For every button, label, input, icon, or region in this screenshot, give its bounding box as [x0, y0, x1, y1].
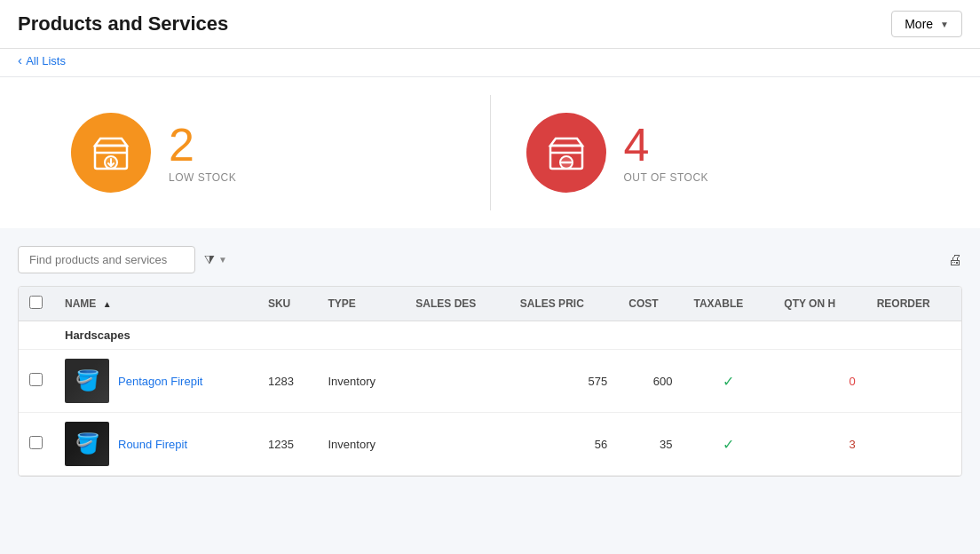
all-lists-link[interactable]: All Lists: [18, 54, 66, 67]
sort-asc-icon: ▲: [103, 299, 112, 309]
out-of-stock-label: OUT OF STOCK: [624, 171, 709, 184]
product-name[interactable]: Round Firepit: [118, 438, 187, 451]
col-type: TYPE: [317, 287, 405, 321]
type-cell: Inventory: [317, 413, 405, 476]
qty-on-hand-cell: 0: [773, 350, 865, 413]
product-name-cell: 🪣 Round Firepit: [54, 413, 257, 476]
low-stock-label: LOW STOCK: [169, 171, 236, 184]
out-of-stock-info: 4 OUT OF STOCK: [624, 122, 709, 184]
filter-button[interactable]: ⧩ ▼: [204, 252, 227, 267]
col-cost: COST: [618, 287, 683, 321]
list-section: ⧩ ▼ 🖨 NAME ▲ SKU TYPE SALES DES SAL: [0, 228, 980, 495]
chevron-down-icon: ▼: [940, 20, 949, 29]
col-sales-price: SALES PRIC: [510, 287, 619, 321]
select-all-checkbox[interactable]: [29, 296, 43, 309]
select-all-cell[interactable]: [19, 287, 54, 321]
cost-cell: 35: [618, 413, 683, 476]
sales-desc-cell: [405, 413, 509, 476]
filter-icon: ⧩: [204, 252, 215, 267]
taxable-check-icon: ✓: [723, 437, 734, 452]
row-checkbox-cell[interactable]: [19, 413, 54, 476]
more-button-label: More: [905, 17, 933, 31]
product-name[interactable]: Pentagon Firepit: [118, 375, 202, 388]
table-group-row: Hardscapes: [19, 321, 961, 350]
sku-cell: 1235: [257, 413, 318, 476]
products-table-container: NAME ▲ SKU TYPE SALES DES SALES PRIC COS…: [18, 286, 962, 477]
table-row: 🪣 Pentagon Firepit 1283 Inventory 575 60…: [19, 350, 961, 413]
sales-desc-cell: [405, 350, 509, 413]
cost-cell: 600: [618, 350, 683, 413]
products-table: NAME ▲ SKU TYPE SALES DES SALES PRIC COS…: [19, 287, 961, 476]
row-checkbox-cell[interactable]: [19, 350, 54, 413]
type-cell: Inventory: [317, 350, 405, 413]
product-image: 🪣: [65, 359, 109, 403]
sku-cell: 1283: [257, 350, 318, 413]
page-title: Products and Services: [18, 12, 228, 36]
low-stock-number: 2: [169, 122, 236, 168]
breadcrumb: All Lists: [0, 49, 980, 77]
out-of-stock-icon-circle: [526, 113, 606, 193]
low-stock-info: 2 LOW STOCK: [169, 122, 236, 184]
print-button[interactable]: 🖨: [948, 252, 962, 268]
more-button[interactable]: More ▼: [891, 11, 962, 37]
reorder-cell: [866, 413, 961, 476]
out-of-stock-card: 4 OUT OF STOCK: [490, 95, 945, 210]
low-stock-card: 2 LOW STOCK: [36, 95, 490, 210]
col-sku: SKU: [257, 287, 318, 321]
product-name-cell: 🪣 Pentagon Firepit: [54, 350, 257, 413]
low-stock-icon-circle: [71, 113, 151, 193]
page-header: Products and Services More ▼: [0, 0, 980, 49]
search-input[interactable]: [18, 246, 195, 273]
taxable-check-icon: ✓: [723, 374, 734, 389]
col-sales-desc: SALES DES: [405, 287, 509, 321]
reorder-cell: [866, 350, 961, 413]
group-name: Hardscapes: [54, 321, 961, 350]
taxable-cell: ✓: [683, 350, 773, 413]
product-image: 🪣: [65, 422, 109, 466]
stats-section: 2 LOW STOCK 4 OUT OF STOCK: [0, 77, 980, 228]
table-row: 🪣 Round Firepit 1235 Inventory 56 35 ✓ 3: [19, 413, 961, 476]
toolbar: ⧩ ▼ 🖨: [18, 246, 962, 273]
col-name[interactable]: NAME ▲: [54, 287, 257, 321]
sales-price-cell: 575: [510, 350, 619, 413]
taxable-cell: ✓: [683, 413, 773, 476]
sales-price-cell: 56: [510, 413, 619, 476]
filter-chevron-icon: ▼: [218, 255, 227, 265]
table-header-row: NAME ▲ SKU TYPE SALES DES SALES PRIC COS…: [19, 287, 961, 321]
row-checkbox[interactable]: [29, 373, 43, 386]
low-stock-box-icon: [88, 130, 134, 176]
out-of-stock-number: 4: [624, 122, 709, 168]
col-qty-on-hand: QTY ON H: [773, 287, 865, 321]
row-checkbox[interactable]: [29, 436, 43, 449]
qty-on-hand-cell: 3: [773, 413, 865, 476]
col-reorder: REORDER: [866, 287, 961, 321]
out-of-stock-box-icon: [543, 130, 589, 176]
col-taxable: TAXABLE: [683, 287, 773, 321]
print-icon: 🖨: [948, 252, 962, 267]
